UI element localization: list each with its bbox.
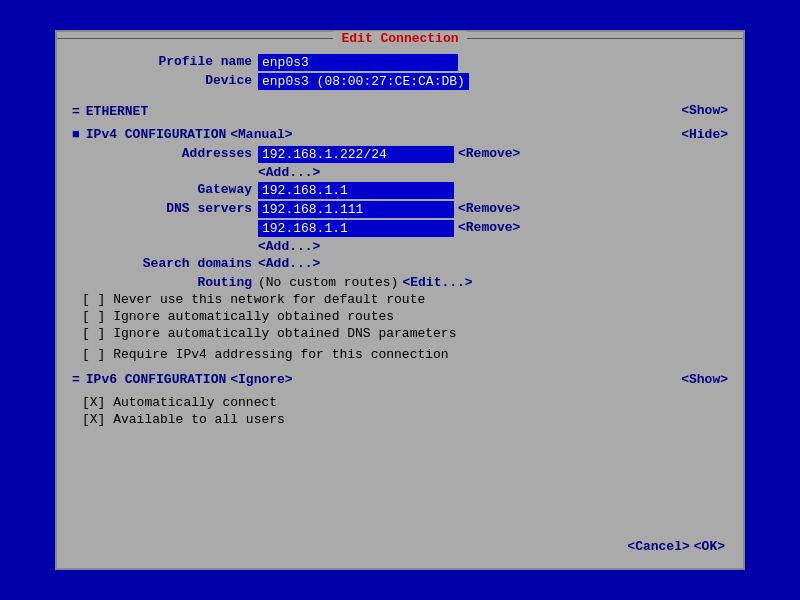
dns-label: DNS servers <box>72 201 252 216</box>
add-address[interactable]: <Add...> <box>258 165 320 180</box>
ipv6-label: IPv6 CONFIGURATION <box>86 372 226 387</box>
search-domains-row: Search domains <Add...> <box>72 256 728 271</box>
window-title: Edit Connection <box>333 31 466 46</box>
title-bar: Edit Connection <box>57 31 743 46</box>
main-content: Profile name enp0s3 Device enp0s3 (08:00… <box>72 54 728 427</box>
dns1-input[interactable]: 192.168.1.111 <box>258 201 454 218</box>
ipv4-section-header: ■ IPv4 CONFIGURATION <Manual> <Hide> <box>72 127 728 142</box>
ethernet-show[interactable]: <Show> <box>681 103 728 118</box>
routing-edit[interactable]: <Edit...> <box>402 275 472 290</box>
check4-row[interactable]: [ ] Require IPv4 addressing for this con… <box>72 347 728 362</box>
routing-value: (No custom routes) <box>258 275 398 290</box>
search-add[interactable]: <Add...> <box>258 256 320 271</box>
ipv6-eq: = <box>72 372 80 387</box>
ipv6-section-header: = IPv6 CONFIGURATION <Ignore> <Show> <box>72 372 728 387</box>
ethernet-eq: = <box>72 104 80 119</box>
auto-connect-row[interactable]: [X] Automatically connect <box>72 395 728 410</box>
ethernet-label: ETHERNET <box>86 104 148 119</box>
check2-row[interactable]: [ ] Ignore automatically obtained routes <box>72 309 728 324</box>
gateway-label: Gateway <box>72 182 252 197</box>
device-row: Device enp0s3 (08:00:27:CE:CA:DB) <box>72 73 728 90</box>
check1-label: [ ] Never use this network for default r… <box>82 292 425 307</box>
addresses-label: Addresses <box>72 146 252 161</box>
address-remove[interactable]: <Remove> <box>458 146 520 161</box>
check3-row[interactable]: [ ] Ignore automatically obtained DNS pa… <box>72 326 728 341</box>
edit-connection-window: Edit Connection Profile name enp0s3 Devi… <box>55 30 745 570</box>
ipv6-show[interactable]: <Show> <box>681 372 728 387</box>
device-value[interactable]: enp0s3 (08:00:27:CE:CA:DB) <box>258 73 469 90</box>
profile-name-row: Profile name enp0s3 <box>72 54 728 71</box>
profile-name-label: Profile name <box>72 54 252 69</box>
ipv4-hide[interactable]: <Hide> <box>681 127 728 142</box>
cancel-button[interactable]: <Cancel> <box>627 539 689 554</box>
title-border-right <box>467 38 743 39</box>
ipv6-mode[interactable]: <Ignore> <box>230 372 292 387</box>
dns2-input[interactable]: 192.168.1.1 <box>258 220 454 237</box>
available-users-label: [X] Available to all users <box>82 412 285 427</box>
addresses-row: Addresses 192.168.1.222/24 <Remove> <box>72 146 728 163</box>
add-dns-row: <Add...> <box>258 239 728 254</box>
check4-label: [ ] Require IPv4 addressing for this con… <box>82 347 449 362</box>
dns1-row: DNS servers 192.168.1.111 <Remove> <box>72 201 728 218</box>
available-users-row[interactable]: [X] Available to all users <box>72 412 728 427</box>
address-input[interactable]: 192.168.1.222/24 <box>258 146 454 163</box>
ipv4-label: IPv4 CONFIGURATION <box>86 127 226 142</box>
auto-connect-label: [X] Automatically connect <box>82 395 277 410</box>
add-dns[interactable]: <Add...> <box>258 239 320 254</box>
add-address-row: <Add...> <box>258 165 728 180</box>
ok-button[interactable]: <OK> <box>694 539 725 554</box>
ethernet-header: = ETHERNET <box>72 104 148 119</box>
ipv4-mode[interactable]: <Manual> <box>230 127 292 142</box>
ethernet-section: = ETHERNET <Show> <box>72 98 728 123</box>
device-label: Device <box>72 73 252 88</box>
search-domains-label: Search domains <box>72 256 252 271</box>
ipv4-bullet: ■ <box>72 127 80 142</box>
gateway-row: Gateway 192.168.1.1 <box>72 182 728 199</box>
check3-label: [ ] Ignore automatically obtained DNS pa… <box>82 326 456 341</box>
gateway-input[interactable]: 192.168.1.1 <box>258 182 454 199</box>
profile-name-input[interactable]: enp0s3 <box>258 54 458 71</box>
bottom-buttons: <Cancel> <OK> <box>627 539 725 554</box>
check2-label: [ ] Ignore automatically obtained routes <box>82 309 394 324</box>
check1-row[interactable]: [ ] Never use this network for default r… <box>72 292 728 307</box>
dns2-row: 192.168.1.1 <Remove> <box>72 220 728 237</box>
dns2-remove[interactable]: <Remove> <box>458 220 520 235</box>
routing-row: Routing (No custom routes) <Edit...> <box>72 275 728 290</box>
routing-label: Routing <box>72 275 252 290</box>
dns1-remove[interactable]: <Remove> <box>458 201 520 216</box>
title-border-left <box>57 38 333 39</box>
